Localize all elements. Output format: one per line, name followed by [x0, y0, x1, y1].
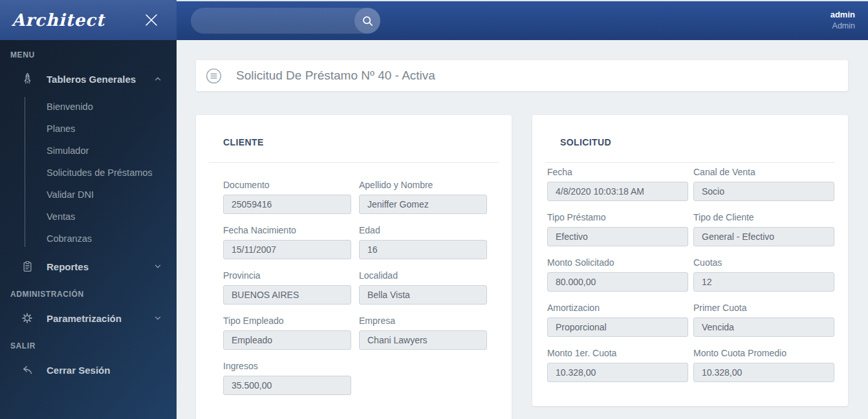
sidebar-item-bienvenido[interactable]: Bienvenido — [0, 96, 177, 118]
field-value-input: Socio — [693, 182, 834, 201]
sidebar-item-ventas[interactable]: Ventas — [0, 206, 177, 228]
sidebar-item-reportes[interactable]: Reportes — [0, 253, 177, 279]
search-bar — [191, 8, 380, 34]
clipboard-icon — [21, 261, 34, 273]
field-value-input: Proporcional — [547, 317, 688, 337]
field-value-input: 80.000,00 — [547, 272, 688, 292]
field-fecha: Fecha 4/8/2020 10:03:18 AM — [547, 167, 688, 201]
field-label: Cuotas — [693, 257, 834, 268]
search-input[interactable] — [191, 8, 380, 34]
sidebar-item-parametrizacion[interactable]: Parametrización — [0, 305, 177, 331]
field-value-input: Vencida — [693, 317, 834, 337]
field-value-input: 12 — [693, 272, 834, 292]
field-value-input: Jeniffer Gomez — [359, 195, 487, 214]
field-label: Edad — [359, 225, 487, 236]
field-provincia: Provincia BUENOS AIRES — [223, 270, 351, 305]
sidebar-item-cobranzas[interactable]: Cobranzas — [0, 228, 177, 250]
field-fecha-nacimiento: Fecha Nacimiento 15/11/2007 — [223, 225, 351, 259]
sidebar-item-solicitudes-de-prestamos[interactable]: Solicitudes de Préstamos — [0, 162, 177, 184]
content-area: Solicitud De Préstamo Nº 40 - Activa CLI… — [177, 40, 868, 419]
page-title-bar: Solicitud De Préstamo Nº 40 - Activa — [196, 60, 848, 91]
main-column: admin Admin Solicitud De Préstamo Nº 40 … — [177, 0, 868, 419]
logout-reply-arrow-icon — [21, 365, 34, 375]
user-role: Admin — [830, 21, 855, 31]
user-info[interactable]: admin Admin — [830, 10, 855, 31]
search-button[interactable] — [354, 8, 380, 34]
field-tipo-empleado: Tipo Empleado Empleado — [223, 316, 351, 350]
field-label: Empresa — [359, 316, 487, 327]
field-primer-cuota: Primer Cuota Vencida — [693, 303, 834, 337]
field-monto-solicitado: Monto Solicitado 80.000,00 — [547, 257, 688, 292]
field-value-input: 35.500,00 — [223, 376, 351, 395]
field-label: Ingresos — [223, 361, 351, 372]
search-icon — [362, 15, 374, 27]
field-monto-cuota-promedio: Monto Cuota Promedio 10.328,00 — [693, 348, 834, 382]
field-value-input: BUENOS AIRES — [223, 285, 351, 305]
sidebar-item-label: Tableros Generales — [47, 74, 153, 85]
administracion-section-label: ADMINISTRACIÓN — [0, 290, 177, 299]
sidebar-item-validar-dni[interactable]: Validar DNI — [0, 184, 177, 206]
sidebar-item-tableros-generales[interactable]: Tableros Generales — [0, 66, 177, 92]
menu-circle-icon[interactable] — [206, 68, 222, 84]
field-empresa: Empresa Chani Lawyers — [359, 316, 487, 350]
app-logo[interactable]: Architect — [12, 10, 105, 30]
chevron-up-icon — [153, 74, 162, 83]
field-label: Canal de Venta — [693, 167, 834, 178]
field-label: Monto 1er. Cuota — [547, 348, 688, 359]
field-value-input: Empleado — [223, 330, 351, 350]
field-value-input: 16 — [359, 240, 487, 259]
topbar: admin Admin — [177, 0, 868, 40]
field-value-input: 25059416 — [223, 195, 351, 214]
chevron-down-icon — [153, 314, 162, 323]
sidebar: Architect MENU Tableros Generales — [0, 0, 177, 419]
field-apellido-y-nombre: Apellido y Nombre Jeniffer Gomez — [359, 180, 487, 214]
field-cuotas: Cuotas 12 — [693, 257, 834, 292]
field-value-input: 10.328,00 — [547, 363, 688, 382]
solicitud-fields: Fecha 4/8/2020 10:03:18 AM Canal de Vent… — [532, 163, 848, 406]
sidebar-close-button[interactable] — [143, 12, 160, 28]
field-value-input: Bella Vista — [359, 285, 487, 305]
sidebar-item-label: Parametrización — [47, 313, 153, 324]
field-value-input: 15/11/2007 — [223, 240, 351, 259]
sidebar-item-label: Cerrar Sesión — [47, 365, 162, 376]
field-label: Provincia — [223, 270, 351, 281]
gear-icon — [21, 312, 34, 324]
menu-section-label: MENU — [0, 50, 177, 59]
sidebar-item-simulador[interactable]: Simulador — [0, 140, 177, 162]
field-value-input: General - Efectivo — [693, 227, 834, 246]
field-label: Fecha Nacimiento — [223, 225, 351, 236]
sidebar-item-planes[interactable]: Planes — [0, 118, 177, 140]
field-label: Fecha — [547, 167, 688, 178]
field-value-input: Efectivo — [547, 227, 688, 246]
field-label: Monto Solicitado — [547, 257, 688, 268]
field-documento: Documento 25059416 — [223, 180, 351, 214]
field-label: Localidad — [359, 270, 487, 281]
field-value-input: 10.328,00 — [693, 363, 834, 382]
user-name: admin — [830, 10, 855, 21]
rocket-icon — [21, 72, 34, 85]
solicitud-card-title: SOLICITUD — [532, 115, 848, 162]
field-label: Amortizacion — [547, 303, 688, 314]
field-canal-de-venta: Canal de Venta Socio — [693, 167, 834, 201]
sidebar-item-cerrar-sesion[interactable]: Cerrar Sesión — [0, 357, 177, 383]
sidebar-nav: MENU Tableros Generales Bienvenido Plane… — [0, 40, 177, 419]
field-edad: Edad 16 — [359, 225, 487, 259]
field-localidad: Localidad Bella Vista — [359, 270, 487, 305]
page-title: Solicitud De Préstamo Nº 40 - Activa — [236, 69, 435, 83]
field-label: Tipo de Cliente — [693, 212, 834, 223]
field-label: Tipo Préstamo — [547, 212, 688, 223]
salir-section-label: SALIR — [0, 341, 177, 350]
solicitud-card: SOLICITUD Fecha 4/8/2020 10:03:18 AM Can… — [532, 115, 848, 406]
field-value-input: 4/8/2020 10:03:18 AM — [547, 182, 688, 201]
cliente-fields: Documento 25059416 Apellido y Nombre Jen… — [196, 163, 512, 419]
field-value-input: Chani Lawyers — [359, 330, 487, 350]
field-label: Monto Cuota Promedio — [693, 348, 834, 359]
field-tipo-prestamo: Tipo Préstamo Efectivo — [547, 212, 688, 246]
field-label: Apellido y Nombre — [359, 180, 487, 191]
field-label: Primer Cuota — [693, 303, 834, 314]
cliente-card: CLIENTE Documento 25059416 Apellido y No… — [196, 115, 512, 419]
cliente-card-title: CLIENTE — [196, 115, 512, 162]
sidebar-header: Architect — [0, 0, 177, 40]
cards-row: CLIENTE Documento 25059416 Apellido y No… — [196, 115, 848, 419]
field-tipo-de-cliente: Tipo de Cliente General - Efectivo — [693, 212, 834, 246]
